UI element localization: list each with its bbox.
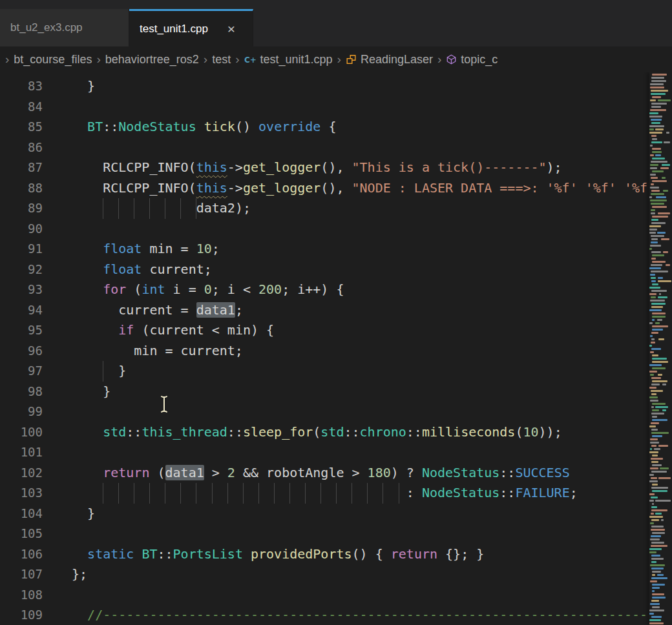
- minimap-mark: [652, 329, 663, 331]
- code-line[interactable]: 95 if (current < min) {: [0, 320, 672, 341]
- line-number[interactable]: 100: [0, 422, 43, 443]
- code-token: (),: [320, 180, 352, 196]
- code-line[interactable]: 92 float current;: [0, 260, 672, 280]
- minimap-mark: [651, 296, 656, 298]
- code-line[interactable]: 97 }: [0, 361, 672, 382]
- line-number[interactable]: 92: [0, 260, 43, 280]
- code-line[interactable]: 102 return (data1 > 2 && robotAngle > 18…: [0, 463, 672, 484]
- code-line[interactable]: 98 }: [0, 382, 672, 402]
- line-number[interactable]: 91: [0, 239, 43, 260]
- code-line[interactable]: 91 float min = 10;: [0, 239, 672, 260]
- minimap-mark: [652, 597, 666, 599]
- line-number[interactable]: 101: [0, 442, 43, 463]
- line-number[interactable]: 107: [0, 564, 43, 585]
- breadcrumb-item-test_unit1.cpp[interactable]: C+test_unit1.cpp: [241, 53, 336, 67]
- line-number[interactable]: 87: [0, 158, 43, 178]
- code-line[interactable]: 85 BT::NodeStatus tick() override {: [0, 117, 672, 138]
- code-line[interactable]: 87 RCLCPP_INFO(this->get_logger(), "This…: [0, 158, 672, 178]
- code-token: NodeStatus: [422, 465, 499, 480]
- code-line[interactable]: 106 static BT::PortsList providedPorts()…: [0, 544, 672, 565]
- code-editor[interactable]: 83 }8485 BT::NodeStatus tick() override …: [0, 72, 672, 625]
- minimap-mark: [650, 245, 661, 247]
- line-number[interactable]: 99: [0, 402, 43, 422]
- code-line[interactable]: 93 for (int i = 0; i < 200; i++) {: [0, 280, 672, 300]
- code-line[interactable]: 109 //----------------------------------…: [0, 605, 672, 625]
- code-line[interactable]: 105: [0, 524, 672, 544]
- code-token: :: [406, 485, 422, 500]
- line-number[interactable]: 97: [0, 361, 43, 382]
- minimap-mark: [649, 345, 652, 347]
- line-number[interactable]: 105: [0, 524, 43, 544]
- code-text: }: [72, 504, 95, 524]
- tab-test_unit1.cpp[interactable]: test_unit1.cpp×: [129, 9, 253, 46]
- code-line[interactable]: 90: [0, 219, 672, 240]
- code-text: RCLCPP_INFO(this->get_logger(), "This is…: [72, 158, 562, 178]
- chevron-right-icon: ›: [436, 52, 443, 67]
- code-line[interactable]: 86: [0, 138, 672, 158]
- minimap-mark: [650, 564, 665, 566]
- minimap-mark: [650, 335, 653, 337]
- minimap-mark: [652, 312, 666, 314]
- line-number[interactable]: 106: [0, 544, 43, 565]
- line-number[interactable]: 88: [0, 178, 43, 199]
- line-number[interactable]: 102: [0, 463, 43, 484]
- line-number[interactable]: 108: [0, 585, 43, 606]
- line-number[interactable]: 94: [0, 300, 43, 321]
- line-number[interactable]: 98: [0, 382, 43, 402]
- line-number[interactable]: 96: [0, 341, 43, 362]
- line-number[interactable]: 83: [0, 76, 43, 97]
- breadcrumb-item-topic_c[interactable]: topic_c: [443, 53, 501, 67]
- minimap-mark: [651, 390, 663, 392]
- minimap-mark: [649, 116, 662, 118]
- code-line[interactable]: 103 : NodeStatus::FAILURE;: [0, 483, 672, 504]
- line-number[interactable]: 84: [0, 97, 43, 118]
- minimap-mark: [652, 574, 655, 576]
- line-number[interactable]: 104: [0, 504, 43, 524]
- minimap-mark: [652, 455, 658, 456]
- minimap-mark: [650, 442, 659, 444]
- code-line[interactable]: 108: [0, 585, 672, 606]
- code-token: return: [391, 546, 437, 562]
- minimap-mark: [651, 422, 659, 424]
- minimap-mark: [650, 374, 654, 376]
- code-line[interactable]: 83 }: [0, 76, 672, 97]
- tab-bt_u2_ex3.cpp[interactable]: bt_u2_ex3.cpp: [0, 9, 129, 46]
- code-text: min = current;: [72, 341, 243, 362]
- code-line[interactable]: 94 current = data1;: [0, 300, 672, 321]
- minimap-mark: [652, 419, 667, 421]
- code-token: [72, 607, 87, 622]
- minimap-mark: [651, 80, 666, 82]
- close-icon[interactable]: ×: [227, 22, 235, 36]
- line-number[interactable]: 85: [0, 117, 43, 138]
- minimap[interactable]: [649, 72, 672, 625]
- line-number[interactable]: 103: [0, 483, 43, 504]
- minimap-mark: [651, 90, 668, 92]
- minimap-mark: [655, 500, 671, 502]
- code-line[interactable]: 96 min = current;: [0, 341, 672, 362]
- code-line[interactable]: 84: [0, 97, 672, 118]
- breadcrumb-item-bt_course_files[interactable]: bt_course_files: [10, 53, 95, 67]
- line-number[interactable]: 109: [0, 605, 43, 625]
- code-token: ) ?: [391, 465, 422, 480]
- line-number[interactable]: 86: [0, 138, 43, 158]
- code-line[interactable]: 104 }: [0, 504, 672, 524]
- line-number[interactable]: 93: [0, 280, 43, 300]
- line-number[interactable]: 95: [0, 320, 43, 341]
- code-token: this: [196, 180, 227, 196]
- code-line[interactable]: 101: [0, 442, 672, 463]
- code-line[interactable]: 99: [0, 402, 672, 422]
- code-token: return: [103, 465, 149, 480]
- breadcrumb-item-behaviortree_ros2[interactable]: behaviortree_ros2: [102, 53, 202, 67]
- class-symbol-icon: [346, 54, 357, 65]
- code-text: float current;: [72, 260, 212, 280]
- line-number[interactable]: 90: [0, 219, 43, 240]
- code-line[interactable]: 89 data2);: [0, 198, 672, 219]
- code-token: sleep_for: [243, 424, 313, 440]
- breadcrumb-item-ReadingLaser[interactable]: ReadingLaser: [342, 53, 436, 67]
- line-number[interactable]: 89: [0, 198, 43, 219]
- code-line[interactable]: 100 std::this_thread::sleep_for(std::chr…: [0, 422, 672, 443]
- breadcrumb-item-test[interactable]: test: [209, 53, 234, 67]
- code-token: [103, 483, 406, 504]
- code-line[interactable]: 107};: [0, 564, 672, 585]
- code-line[interactable]: 88 RCLCPP_INFO(this->get_logger(), "NODE…: [0, 178, 672, 199]
